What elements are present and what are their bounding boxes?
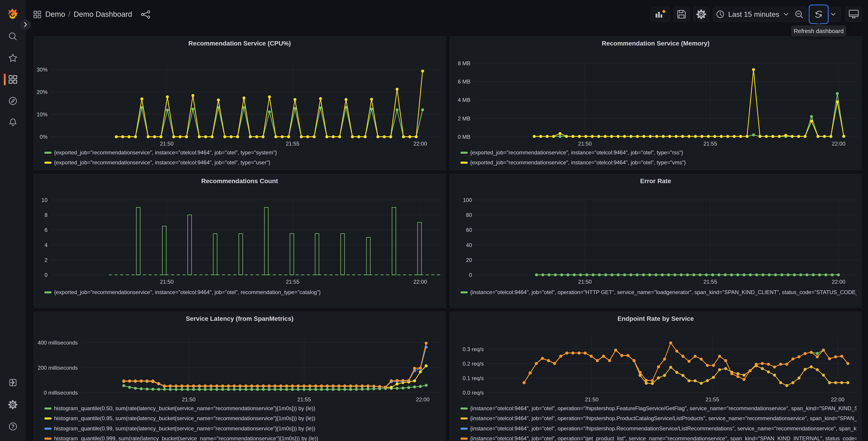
svg-text:6 MB: 6 MB <box>458 79 470 85</box>
svg-text:21:50: 21:50 <box>585 396 598 403</box>
svg-text:0 milliseconds: 0 milliseconds <box>44 390 78 396</box>
svg-text:22:00: 22:00 <box>413 141 427 147</box>
svg-text:8: 8 <box>44 212 48 218</box>
svg-text:21:55: 21:55 <box>706 396 719 403</box>
svg-text:10: 10 <box>41 197 48 203</box>
svg-text:21:50: 21:50 <box>578 279 592 285</box>
svg-text:2: 2 <box>44 257 48 263</box>
svg-text:22:00: 22:00 <box>831 396 844 403</box>
svg-text:0.0 req/s: 0.0 req/s <box>463 390 484 396</box>
svg-text:21:55: 21:55 <box>704 141 717 147</box>
svg-text:22:00: 22:00 <box>832 141 845 147</box>
svg-text:21:55: 21:55 <box>286 279 299 285</box>
svg-text:60: 60 <box>466 227 472 233</box>
svg-text:6: 6 <box>44 227 48 233</box>
svg-text:0: 0 <box>469 272 472 278</box>
svg-text:0.2 req/s: 0.2 req/s <box>463 361 484 367</box>
svg-text:10%: 10% <box>37 111 48 117</box>
svg-text:22:00: 22:00 <box>413 279 427 285</box>
svg-text:21:55: 21:55 <box>704 279 717 285</box>
svg-text:40: 40 <box>466 242 472 248</box>
svg-text:0.3 req/s: 0.3 req/s <box>463 346 484 352</box>
svg-text:21:50: 21:50 <box>182 396 195 403</box>
svg-text:8 MB: 8 MB <box>458 60 470 66</box>
svg-text:0.1 req/s: 0.1 req/s <box>463 375 484 381</box>
svg-text:21:55: 21:55 <box>297 396 311 403</box>
svg-text:30%: 30% <box>37 66 48 73</box>
svg-text:2 MB: 2 MB <box>458 115 470 122</box>
svg-text:0%: 0% <box>40 134 48 140</box>
svg-text:200 milliseconds: 200 milliseconds <box>38 365 78 371</box>
svg-text:80: 80 <box>466 212 472 218</box>
svg-text:21:50: 21:50 <box>578 141 592 147</box>
svg-text:4 MB: 4 MB <box>458 97 470 103</box>
svg-text:22:00: 22:00 <box>832 279 845 285</box>
svg-text:21:55: 21:55 <box>286 141 299 147</box>
svg-text:?: ? <box>11 423 14 430</box>
svg-text:0 MB: 0 MB <box>458 134 470 140</box>
svg-text:20%: 20% <box>37 89 48 95</box>
svg-text:21:50: 21:50 <box>160 141 174 147</box>
svg-text:100: 100 <box>463 197 472 203</box>
svg-text:22:00: 22:00 <box>416 396 430 403</box>
svg-text:21:50: 21:50 <box>160 279 174 285</box>
svg-text:4: 4 <box>44 242 48 248</box>
svg-text:20: 20 <box>466 257 472 263</box>
svg-text:400 milliseconds: 400 milliseconds <box>38 340 78 346</box>
svg-text:0: 0 <box>44 272 48 278</box>
